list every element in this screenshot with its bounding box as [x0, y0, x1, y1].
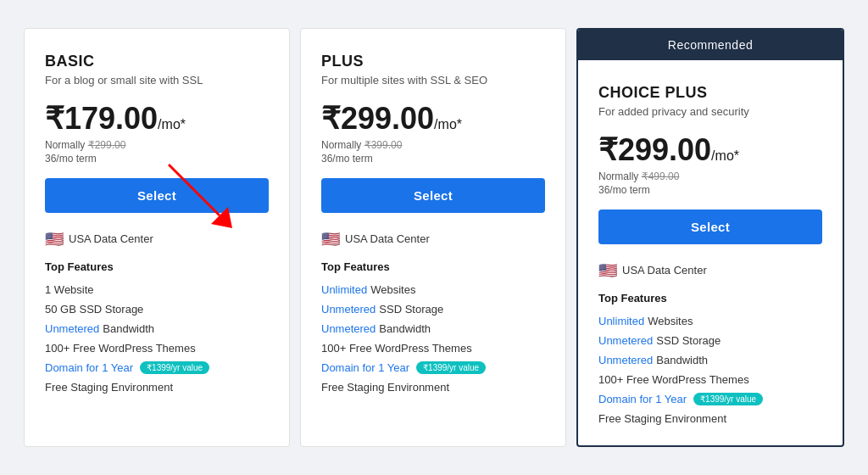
- plan-name-plus: PLUS: [321, 53, 545, 70]
- usa-flag-icon: 🇺🇸: [598, 261, 617, 280]
- plan-desc-plus: For multiple sites with SSL & SEO: [321, 74, 545, 87]
- usa-flag-icon: 🇺🇸: [45, 230, 64, 249]
- data-center-basic: 🇺🇸USA Data Center: [45, 230, 269, 249]
- feature-highlight: Unmetered: [45, 322, 99, 335]
- staging-feature-choice-plus: Free Staging Environment: [598, 409, 822, 428]
- select-button-plus[interactable]: Select: [321, 178, 545, 213]
- select-button-basic[interactable]: Select: [45, 178, 269, 213]
- data-center-choice-plus: 🇺🇸USA Data Center: [598, 261, 822, 280]
- feature-item-choice-plus-2: Unmetered Bandwidth: [598, 350, 822, 370]
- feature-item-choice-plus-3: 100+ Free WordPress Themes: [598, 370, 822, 389]
- plan-normal-price-basic: Normally ₹299.00: [45, 139, 269, 151]
- top-features-label-basic: Top Features: [45, 260, 269, 273]
- feature-item-basic-3: 100+ Free WordPress Themes: [45, 338, 269, 358]
- plan-card-plus: PLUSFor multiple sites with SSL & SEO₹29…: [300, 28, 566, 447]
- domain-row-basic: Domain for 1 Year ₹1399/yr value: [45, 358, 269, 377]
- feature-item-plus-1: Unmetered SSD Storage: [321, 299, 545, 319]
- feature-highlight: Unmetered: [321, 322, 376, 335]
- domain-link-basic[interactable]: Domain for 1 Year: [45, 361, 133, 374]
- domain-badge-plus: ₹1399/yr value: [416, 361, 486, 374]
- plan-name-basic: BASIC: [45, 53, 269, 70]
- domain-link-plus[interactable]: Domain for 1 Year: [321, 361, 409, 374]
- domain-row-plus: Domain for 1 Year ₹1399/yr value: [321, 358, 545, 377]
- domain-badge-choice-plus: ₹1399/yr value: [693, 393, 763, 405]
- plan-card-basic: BASICFor a blog or small site with SSL₹1…: [24, 28, 290, 447]
- select-button-choice-plus[interactable]: Select: [598, 210, 822, 244]
- plan-price-basic: ₹179.00/mo*: [45, 102, 269, 136]
- plan-price-choice-plus: ₹299.00/mo*: [598, 133, 822, 167]
- staging-feature-plus: Free Staging Environment: [321, 377, 545, 397]
- data-center-plus: 🇺🇸USA Data Center: [321, 230, 545, 249]
- top-features-label-plus: Top Features: [321, 260, 545, 273]
- recommended-badge: Recommended: [578, 30, 843, 60]
- plan-normal-price-choice-plus: Normally ₹499.00: [598, 170, 822, 182]
- plan-desc-choice-plus: For added privacy and security: [598, 105, 822, 118]
- feature-item-basic-0: 1 Website: [45, 280, 269, 299]
- feature-highlight: Unlimited: [598, 315, 644, 327]
- plan-card-choice-plus: RecommendedCHOICE PLUSFor added privacy …: [576, 28, 844, 447]
- usa-flag-icon: 🇺🇸: [321, 230, 340, 249]
- feature-item-choice-plus-1: Unmetered SSD Storage: [598, 331, 822, 350]
- plan-term-plus: 36/mo term: [321, 153, 545, 165]
- feature-highlight: Unmetered: [598, 334, 653, 347]
- top-features-label-choice-plus: Top Features: [598, 292, 822, 305]
- feature-item-plus-0: Unlimited Websites: [321, 280, 545, 299]
- feature-highlight: Unmetered: [598, 354, 653, 366]
- plan-normal-price-plus: Normally ₹399.00: [321, 139, 545, 151]
- pricing-container: BASICFor a blog or small site with SSL₹1…: [19, 28, 849, 447]
- feature-highlight: Unmetered: [321, 303, 376, 316]
- plan-term-basic: 36/mo term: [45, 153, 269, 165]
- domain-link-choice-plus[interactable]: Domain for 1 Year: [598, 393, 687, 405]
- domain-badge-basic: ₹1399/yr value: [140, 361, 209, 374]
- domain-row-choice-plus: Domain for 1 Year ₹1399/yr value: [598, 389, 822, 409]
- feature-item-basic-2: Unmetered Bandwidth: [45, 319, 269, 338]
- feature-highlight: Unlimited: [321, 283, 367, 296]
- feature-item-choice-plus-0: Unlimited Websites: [598, 311, 822, 331]
- feature-item-plus-3: 100+ Free WordPress Themes: [321, 338, 545, 358]
- plan-name-choice-plus: CHOICE PLUS: [598, 84, 822, 102]
- feature-item-basic-1: 50 GB SSD Storage: [45, 299, 269, 319]
- plan-desc-basic: For a blog or small site with SSL: [45, 74, 269, 87]
- plan-term-choice-plus: 36/mo term: [598, 184, 822, 196]
- staging-feature-basic: Free Staging Environment: [45, 377, 269, 397]
- plan-price-plus: ₹299.00/mo*: [321, 102, 545, 136]
- feature-item-plus-2: Unmetered Bandwidth: [321, 319, 545, 338]
